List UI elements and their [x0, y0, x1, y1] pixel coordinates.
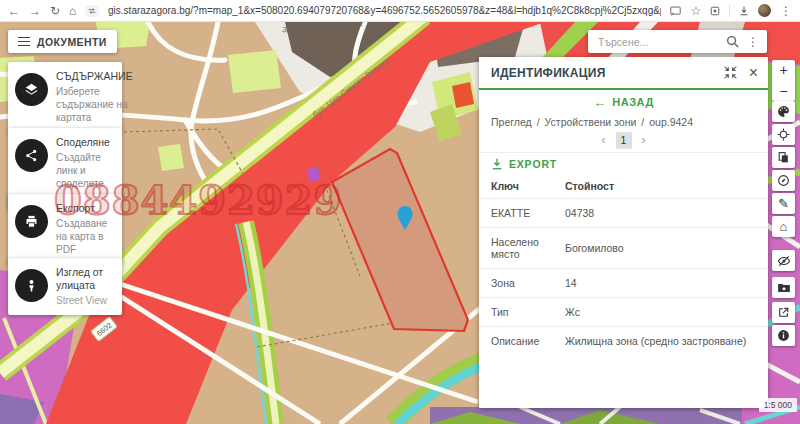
- divider: [729, 5, 730, 17]
- back-label: НАЗАД: [612, 96, 653, 108]
- next-page-icon[interactable]: ›: [642, 133, 646, 147]
- value-cell: Жилищна зона (средно застрояване): [565, 327, 768, 356]
- browser-bar: ← → ↻ ⌂ gis.starazagora.bg/?m=map_1&x=50…: [0, 0, 800, 22]
- palette-icon: [777, 105, 790, 118]
- table-header-row: Ключ Стойност: [479, 175, 768, 199]
- home-icon: ⌂: [780, 220, 788, 233]
- key-cell: ЕКАТТЕ: [479, 199, 565, 228]
- value-header: Стойност: [565, 175, 768, 199]
- card-description: Street View: [56, 294, 115, 307]
- map-scale: 1:5 000: [759, 398, 797, 412]
- panel-header: ИДЕНТИФИКАЦИЯ ×: [479, 57, 768, 90]
- identification-panel: ИДЕНТИФИКАЦИЯ × ← НАЗАД Преглед / Устрой…: [479, 57, 768, 408]
- compass-button[interactable]: [772, 170, 795, 191]
- downloads-icon[interactable]: [739, 6, 749, 16]
- draw-button[interactable]: ✎: [772, 193, 795, 214]
- share-icon: [15, 139, 48, 172]
- open-in-new-icon: [777, 306, 790, 319]
- folder-star-icon: [777, 281, 791, 295]
- key-cell: Тип: [479, 298, 565, 327]
- search-menu-icon[interactable]: ⋮: [747, 35, 759, 49]
- current-page[interactable]: 1: [616, 132, 632, 149]
- search-input[interactable]: [596, 35, 718, 49]
- layers-pages-button[interactable]: [772, 147, 795, 168]
- layers-icon: [15, 73, 48, 106]
- bookmark-star-icon[interactable]: ☆: [690, 5, 701, 17]
- pegman-icon: [15, 269, 48, 302]
- key-header: Ключ: [479, 175, 565, 199]
- home-button[interactable]: ⌂: [772, 216, 795, 237]
- breadcrumb-item[interactable]: Преглед: [491, 116, 532, 128]
- card-contents[interactable]: СЪДЪРЖАНИЕ Изберете съдържание на картат…: [8, 62, 122, 132]
- card-title: Експорт: [56, 202, 115, 215]
- search-bar: ⋮: [588, 30, 767, 53]
- card-title: Споделяне: [56, 136, 115, 149]
- pencil-icon: ✎: [778, 197, 789, 210]
- zoom-in-button[interactable]: +: [772, 60, 795, 81]
- browser-forward-icon[interactable]: →: [29, 5, 41, 17]
- hide-ui-button[interactable]: [772, 250, 795, 271]
- breadcrumb-item[interactable]: oup.9424: [649, 116, 693, 128]
- basemap-button[interactable]: [772, 101, 795, 122]
- table-row: Зона 14: [479, 269, 768, 298]
- small-zone: [307, 167, 320, 182]
- card-street-view[interactable]: Изглед от улицата Street View: [8, 258, 122, 315]
- table-row: Описание Жилищна зона (средно застрояван…: [479, 327, 768, 356]
- zoom-control: + −: [772, 60, 795, 101]
- download-icon: [491, 158, 503, 170]
- cast-icon[interactable]: [670, 6, 681, 16]
- panel-title: ИДЕНТИФИКАЦИЯ: [491, 66, 712, 80]
- breadcrumb-separator: /: [641, 116, 644, 128]
- value-cell: Жс: [565, 298, 768, 327]
- info-icon: [777, 329, 790, 342]
- eye-off-icon: [777, 254, 791, 268]
- app-window: ← → ↻ ⌂ gis.starazagora.bg/?m=map_1&x=50…: [0, 0, 800, 424]
- value-cell: 14: [565, 269, 768, 298]
- key-cell: Описание: [479, 327, 565, 356]
- attributes-table: Ключ Стойност ЕКАТТЕ 04738 Населено мяст…: [479, 175, 768, 355]
- browser-avatar[interactable]: [758, 4, 771, 17]
- breadcrumb-separator: /: [537, 116, 540, 128]
- zoom-out-button[interactable]: −: [772, 81, 795, 102]
- back-arrow-icon: ←: [593, 95, 606, 110]
- card-title: Изглед от улицата: [56, 266, 115, 292]
- search-icon[interactable]: [726, 35, 739, 48]
- browser-reload-icon[interactable]: ↻: [50, 5, 60, 17]
- prev-page-icon[interactable]: ‹: [602, 133, 606, 147]
- extensions-icon[interactable]: [710, 6, 720, 16]
- table-row: ЕКАТТЕ 04738: [479, 199, 768, 228]
- documents-label: ДОКУМЕНТИ: [37, 36, 107, 48]
- browser-home-icon[interactable]: ⌂: [69, 5, 76, 17]
- key-cell: Зона: [479, 269, 565, 298]
- breadcrumb-item[interactable]: Устройствени зони: [545, 116, 637, 128]
- value-cell: 04738: [565, 199, 768, 228]
- table-row: Населено място Богомилово: [479, 228, 768, 269]
- pagination: ‹ 1 ›: [479, 128, 768, 153]
- card-description: Изберете съдържание на картата: [56, 85, 133, 124]
- value-cell: Богомилово: [565, 228, 768, 269]
- key-cell: Населено място: [479, 228, 565, 269]
- browser-back-icon[interactable]: ←: [8, 5, 20, 17]
- print-icon: [15, 205, 48, 238]
- table-row: Тип Жс: [479, 298, 768, 327]
- close-icon[interactable]: ×: [749, 64, 758, 82]
- info-button[interactable]: [772, 325, 795, 346]
- site-settings-icon[interactable]: [85, 5, 99, 17]
- browser-menu-icon[interactable]: ⋮: [780, 5, 792, 17]
- crosshair-icon: [777, 128, 790, 141]
- card-export[interactable]: Експорт Създаване на карта в PDF: [8, 194, 122, 264]
- compass-icon: [777, 174, 790, 187]
- card-title: СЪДЪРЖАНИЕ: [56, 70, 133, 83]
- export-label: EXPORT: [509, 158, 557, 170]
- breadcrumb: Преглед / Устройствени зони / oup.9424: [479, 114, 768, 128]
- export-button[interactable]: EXPORT: [479, 153, 768, 175]
- menu-icon: [18, 37, 30, 47]
- back-button[interactable]: ← НАЗАД: [479, 90, 768, 114]
- address-bar[interactable]: gis.starazagora.bg/?m=map_1&x=508020.694…: [108, 5, 661, 16]
- saved-places-button[interactable]: [772, 277, 795, 298]
- pages-icon: [777, 151, 790, 164]
- locate-button[interactable]: [772, 124, 795, 145]
- documents-button[interactable]: ДОКУМЕНТИ: [8, 30, 117, 53]
- open-window-button[interactable]: [772, 302, 795, 323]
- expand-icon[interactable]: [724, 66, 737, 79]
